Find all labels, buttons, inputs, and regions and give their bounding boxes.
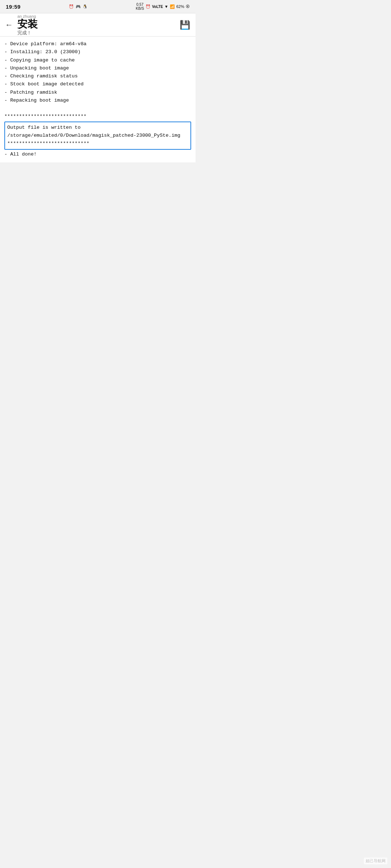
wifi-icon: ▼ xyxy=(164,4,168,9)
signal-icon: 📶 xyxy=(170,4,175,9)
content-area: - Device platform: arm64-v8a - Installin… xyxy=(0,37,196,162)
status-right: 0.57 KB/S ⏰ VoLTE ▼ 📶 62% ⦿ xyxy=(136,3,190,10)
page-title: 安装 xyxy=(17,19,180,30)
volte-icon: VoLTE xyxy=(152,5,163,9)
gamepad-icon: 🎮 xyxy=(76,4,81,9)
highlight-line1: Output file is written to xyxy=(7,125,81,130)
alarm2-icon: ⏰ xyxy=(146,4,151,9)
status-time: 19:59 xyxy=(6,4,21,10)
log-after: - All done! xyxy=(4,150,191,158)
log-before: - Device platform: arm64-v8a - Installin… xyxy=(4,40,191,121)
battery-icon: ⦿ xyxy=(186,4,190,9)
network-speed: 0.57 KB/S xyxy=(136,3,144,10)
title-block: an zhuang 安装 完成！ xyxy=(17,14,180,36)
highlight-line3: **************************** xyxy=(7,141,89,146)
status-bar: 19:59 ⏰ 🎮 🐧 0.57 KB/S ⏰ VoLTE ▼ 📶 62% ⦿ xyxy=(0,0,196,13)
save-button[interactable]: 💾 xyxy=(180,20,190,30)
back-button[interactable]: ← xyxy=(5,21,13,29)
highlight-line2: /storage/emulated/0/Download/magisk_patc… xyxy=(7,133,180,138)
alarm-icon: ⏰ xyxy=(69,4,74,9)
highlight-block: Output file is written to /storage/emula… xyxy=(4,122,191,150)
title-subtitle: an zhuang xyxy=(17,14,180,19)
status-icons: ⏰ 🎮 🐧 xyxy=(69,4,88,9)
qq-icon: 🐧 xyxy=(83,4,88,9)
app-bar: ← an zhuang 安装 完成！ 💾 xyxy=(0,13,196,37)
title-sub2: 完成！ xyxy=(17,30,180,36)
battery-level: 62% xyxy=(176,4,184,9)
